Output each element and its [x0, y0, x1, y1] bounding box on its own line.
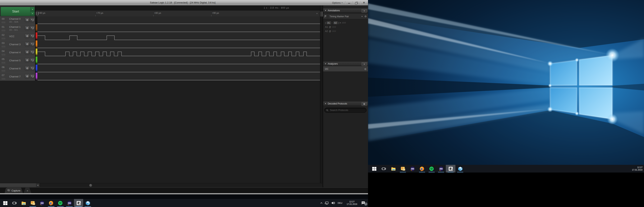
channel-row-03[interactable]: 03Channel 3⚙: [0, 40, 35, 49]
scrollbar-thumb[interactable]: [89, 184, 92, 187]
taskbar-item-explorer[interactable]: [389, 165, 398, 172]
tray-chevron-up-icon[interactable]: [319, 202, 324, 204]
dropdown-icon[interactable]: ▼: [361, 16, 363, 18]
taskbar-item-start-button[interactable]: [1, 199, 10, 207]
taskbar-item-eclipse2[interactable]: [436, 165, 446, 172]
restore-button[interactable]: [354, 0, 360, 5]
collapse-icon[interactable]: ▼: [325, 10, 326, 12]
channel-trigger-button[interactable]: [30, 26, 35, 30]
tray-language-indicator[interactable]: DEU: [336, 202, 344, 204]
taskbar-item-firefox[interactable]: [417, 165, 427, 172]
taskbar-item-vbox[interactable]: [456, 165, 465, 172]
waveform-track-00[interactable]: [36, 16, 320, 24]
add-marker-icon[interactable]: +: [316, 12, 318, 15]
drag-grip-icon[interactable]: [2, 38, 5, 39]
taskbar-item-outlook[interactable]: [398, 165, 408, 172]
channel-settings-gear-button[interactable]: ⚙: [25, 74, 30, 78]
channel-row-00[interactable]: 00Channel 0I2C - SDA⚙: [0, 16, 35, 24]
waveform-track-06[interactable]: [36, 64, 320, 73]
capture-tab[interactable]: Capture: [4, 188, 23, 194]
tray-clock[interactable]: 12:27 17.01.2019: [344, 200, 360, 206]
waveform-track-07[interactable]: [36, 73, 320, 81]
channel-settings-gear-button[interactable]: ⚙: [25, 18, 30, 22]
channel-trigger-button[interactable]: [30, 34, 35, 38]
taskbar-item-spotify[interactable]: [56, 199, 65, 207]
taskbar-item-taskview[interactable]: [379, 165, 389, 172]
taskbar-item-eclipse[interactable]: [408, 165, 417, 172]
channel-settings-gear-button[interactable]: ⚙: [25, 34, 30, 38]
taskbar-item-taskview[interactable]: [10, 199, 19, 207]
add-annotation-button[interactable]: +: [362, 9, 367, 13]
annotations-header[interactable]: ▼ Annotations +: [323, 8, 368, 13]
channel-settings-gear-button[interactable]: ⚙: [25, 26, 30, 30]
taskbar-item-eclipse[interactable]: [38, 199, 46, 207]
channel-settings-gear-button[interactable]: ⚙: [25, 66, 30, 70]
channel-trigger-button[interactable]: [30, 42, 35, 46]
channel-trigger-button[interactable]: [30, 18, 35, 22]
taskbar-item-explorer[interactable]: [19, 199, 28, 207]
scroll-left-arrow-icon[interactable]: ◄: [36, 183, 40, 187]
start-options-arrows[interactable]: ▲ ▼: [30, 7, 35, 16]
waveform-track-03[interactable]: [36, 40, 320, 49]
analyzers-header[interactable]: ▼ Analyzers +: [323, 62, 368, 66]
taskbar-item-start-button[interactable]: [370, 165, 379, 172]
drag-grip-icon[interactable]: [2, 62, 5, 64]
channel-trigger-button[interactable]: [30, 74, 35, 78]
channel-row-01[interactable]: 01Channel 1I2C - SCL⚙: [0, 24, 35, 32]
window-titlebar[interactable]: Saleae Logic 1.2.18 - [Connected] - [24 …: [0, 0, 368, 6]
protocol-search[interactable]: [324, 108, 366, 113]
horizontal-scrollbar[interactable]: ◄: [0, 183, 322, 187]
taskbar-item-spotify[interactable]: [427, 165, 436, 172]
taskbar-item-vbox[interactable]: [83, 199, 92, 207]
channel-row-07[interactable]: 07Channel 7⚙: [0, 73, 35, 81]
drag-grip-icon[interactable]: [2, 78, 5, 80]
waveform-track-04[interactable]: [36, 48, 320, 57]
taskbar-item-logic[interactable]: [446, 165, 456, 172]
decoded-settings-button[interactable]: ⚙: [362, 102, 367, 106]
timing-marker-pair-row[interactable]: Timing Marker Pair ▼ ⚙: [323, 14, 368, 19]
start-capture-button[interactable]: Start: [0, 7, 30, 16]
drag-grip-icon[interactable]: [2, 22, 5, 23]
decoded-protocols-header[interactable]: ▼ Decoded Protocols ⚙: [323, 102, 368, 106]
drag-grip-icon[interactable]: [2, 70, 5, 72]
marker-a1-chip[interactable]: A1: [326, 22, 330, 24]
marker-settings-gear-icon[interactable]: ⚙: [364, 15, 367, 18]
drag-grip-icon[interactable]: [2, 46, 5, 47]
timeline-ruler[interactable]: + +60 µs+70 µs+80 µs+90 µs: [36, 10, 320, 16]
collapse-icon[interactable]: ▼: [325, 103, 326, 105]
arrow-up-icon[interactable]: ▲: [30, 7, 34, 12]
arrow-down-icon[interactable]: ▼: [30, 12, 34, 16]
channel-trigger-button[interactable]: [30, 58, 35, 62]
drag-grip-icon[interactable]: [2, 54, 5, 56]
minimize-button[interactable]: [346, 0, 352, 5]
channel-settings-gear-button[interactable]: ⚙: [25, 58, 30, 62]
right-monitor-clock[interactable]: 12:27 17.01.2019: [632, 166, 642, 171]
channel-settings-gear-button[interactable]: ⚙: [25, 50, 30, 54]
tab-overflow-button[interactable]: »: [24, 188, 32, 194]
search-protocols-input[interactable]: [330, 109, 364, 112]
analyzer-row-I2C[interactable]: I2C⚙: [323, 66, 368, 72]
waveform-track-02[interactable]: [36, 32, 320, 41]
channel-row-04[interactable]: 04Channel 4⚙: [0, 48, 35, 57]
channel-row-02[interactable]: 02VCC⚙: [0, 32, 35, 41]
ruler-grip-icon[interactable]: [36, 12, 38, 15]
taskbar-item-firefox[interactable]: [46, 199, 56, 207]
taskbar-item-eclipse2[interactable]: [65, 199, 74, 207]
drag-grip-icon[interactable]: [2, 30, 5, 31]
tray-volume-icon[interactable]: [330, 201, 336, 205]
channel-row-05[interactable]: 05Channel 5⚙: [0, 56, 35, 65]
analyzer-settings-gear-icon[interactable]: ⚙: [364, 68, 366, 70]
taskbar-item-logic[interactable]: [74, 199, 83, 207]
tray-network-icon[interactable]: [324, 201, 330, 205]
options-menu[interactable]: Options ▾: [330, 1, 344, 4]
waveform-track-01[interactable]: [36, 24, 320, 32]
close-button[interactable]: ×: [361, 0, 367, 5]
action-center-icon[interactable]: 1: [360, 201, 366, 205]
add-analyzer-button[interactable]: +: [362, 62, 367, 66]
taskbar-item-outlook[interactable]: [28, 199, 38, 207]
channel-row-06[interactable]: 06Channel 6⚙: [0, 64, 35, 73]
channel-trigger-button[interactable]: [30, 66, 35, 70]
marker-a2-chip[interactable]: A2: [334, 22, 338, 24]
vertical-scrollbar[interactable]: [320, 5, 323, 183]
waveform-track-05[interactable]: [36, 56, 320, 65]
